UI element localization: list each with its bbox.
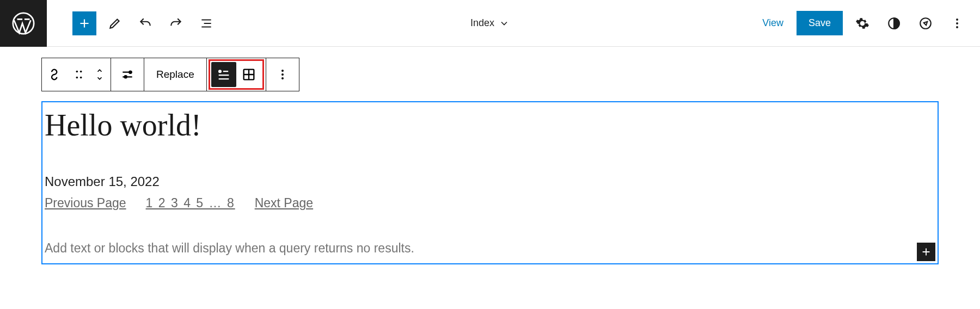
no-results-placeholder[interactable]: Add text or blocks that will display whe…: [45, 241, 935, 256]
chevron-down-icon: [499, 18, 510, 29]
list-layout-button[interactable]: [211, 62, 236, 87]
svg-point-7: [80, 71, 82, 73]
svg-point-15: [281, 73, 284, 76]
more-vertical-icon: [276, 68, 289, 81]
styles-icon: [887, 16, 901, 30]
query-loop-block-button[interactable]: [42, 58, 69, 91]
top-toolbar-right: View Save: [757, 11, 969, 35]
svg-point-2: [920, 18, 931, 29]
svg-point-5: [956, 26, 958, 28]
display-settings-button[interactable]: [111, 58, 144, 91]
block-toolbar: Replace: [41, 58, 299, 91]
drag-icon: [73, 69, 85, 81]
replace-button[interactable]: Replace: [144, 58, 206, 91]
svg-point-4: [956, 22, 958, 24]
view-link[interactable]: View: [757, 13, 789, 33]
pagination-previous[interactable]: Previous Page: [45, 196, 126, 211]
svg-point-12: [219, 70, 221, 72]
more-options-button[interactable]: [945, 11, 969, 35]
move-up-button[interactable]: [95, 67, 105, 75]
layout-toggle-group: [209, 59, 264, 90]
sliders-icon: [120, 67, 134, 82]
document-title-label: Index: [470, 17, 494, 29]
svg-point-14: [281, 70, 284, 72]
wordpress-logo[interactable]: [0, 0, 47, 47]
top-toolbar: Index View Save: [0, 0, 980, 47]
svg-point-16: [281, 77, 284, 79]
styles-button[interactable]: [882, 11, 906, 35]
svg-point-8: [76, 77, 78, 79]
document-title-dropdown[interactable]: Index: [470, 17, 510, 29]
pagination-numbers[interactable]: 1 2 3 4 5 … 8: [146, 196, 235, 211]
block-mover: [89, 58, 111, 91]
redo-icon: [169, 16, 183, 30]
plus-icon: [920, 246, 932, 258]
edit-mode-button[interactable]: [103, 11, 127, 35]
chevron-up-icon: [95, 67, 105, 75]
add-block-button[interactable]: [72, 11, 96, 35]
undo-button[interactable]: [133, 11, 157, 35]
navigation-button[interactable]: [914, 11, 938, 35]
grid-layout-button[interactable]: [236, 62, 261, 87]
move-down-button[interactable]: [95, 75, 105, 82]
chevron-down-icon: [95, 75, 105, 82]
document-overview-button[interactable]: [194, 11, 218, 35]
block-more-options-button[interactable]: [266, 58, 299, 91]
editor-area: Replace Hello world! November 15, 2022 P…: [0, 47, 980, 264]
more-vertical-icon: [951, 17, 964, 30]
top-toolbar-left: [0, 0, 218, 47]
svg-point-6: [76, 71, 78, 73]
svg-point-9: [80, 77, 82, 79]
grid-layout-icon: [241, 67, 256, 82]
post-date[interactable]: November 15, 2022: [45, 174, 935, 189]
query-loop-block[interactable]: Hello world! November 15, 2022 Previous …: [41, 101, 939, 264]
undo-icon: [138, 16, 152, 30]
pagination: Previous Page 1 2 3 4 5 … 8 Next Page: [45, 196, 935, 211]
post-title[interactable]: Hello world!: [45, 108, 935, 143]
pencil-icon: [108, 16, 122, 30]
drag-handle[interactable]: [69, 58, 89, 91]
list-layout-icon: [216, 67, 231, 82]
add-inner-block-button[interactable]: [917, 243, 935, 261]
compass-icon: [918, 16, 933, 30]
svg-point-10: [129, 71, 131, 73]
query-loop-icon: [48, 67, 63, 82]
gear-icon: [855, 16, 869, 30]
list-view-icon: [199, 16, 213, 30]
settings-button[interactable]: [850, 11, 874, 35]
plus-icon: [77, 16, 91, 30]
save-button[interactable]: Save: [797, 11, 843, 35]
pagination-next[interactable]: Next Page: [255, 196, 313, 211]
svg-point-11: [125, 76, 127, 78]
redo-button[interactable]: [164, 11, 188, 35]
wordpress-icon: [11, 11, 36, 36]
svg-point-3: [956, 18, 958, 21]
